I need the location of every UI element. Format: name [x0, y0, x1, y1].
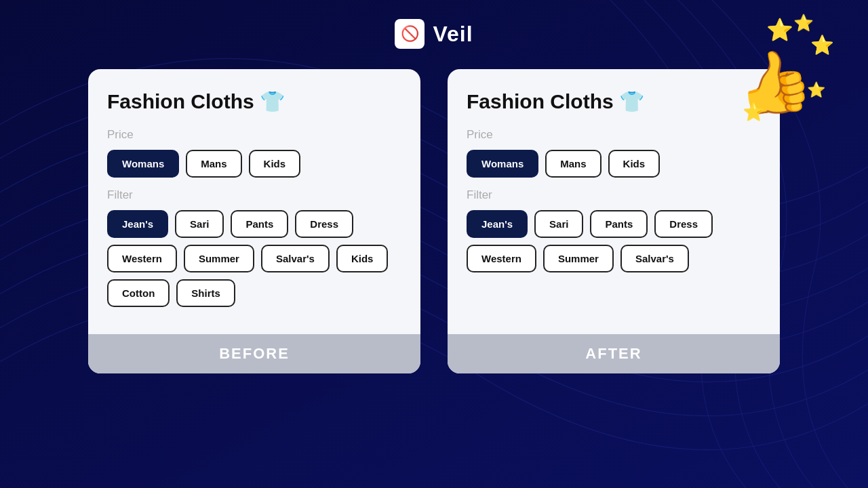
before-btn-sari[interactable]: Sari — [175, 210, 224, 238]
after-card-footer: AFTER — [448, 334, 780, 373]
before-footer-label: BEFORE — [219, 345, 290, 362]
after-card-title: Fashion Cloths 👕 — [467, 89, 761, 113]
after-price-buttons: Womans Mans Kids — [467, 150, 761, 178]
after-btn-dress[interactable]: Dress — [654, 210, 713, 238]
after-btn-kids-price[interactable]: Kids — [608, 150, 660, 178]
before-btn-womans[interactable]: Womans — [107, 150, 179, 178]
after-btn-summer[interactable]: Summer — [543, 245, 614, 272]
after-btn-mans[interactable]: Mans — [545, 150, 601, 178]
before-price-buttons: Womans Mans Kids — [107, 150, 401, 178]
before-filter-label: Filter — [107, 188, 401, 202]
main-content: Fashion Cloths 👕 Price Womans Mans Kids … — [0, 49, 868, 373]
logo-box: 🚫 — [395, 19, 425, 49]
brand-name: Veil — [433, 22, 473, 47]
after-btn-western[interactable]: Western — [467, 245, 536, 272]
after-filter-label: Filter — [467, 188, 761, 202]
before-card-footer: BEFORE — [88, 334, 420, 373]
after-btn-womans[interactable]: Womans — [467, 150, 538, 178]
before-btn-western[interactable]: Western — [107, 245, 177, 272]
before-card: Fashion Cloths 👕 Price Womans Mans Kids … — [88, 69, 420, 373]
header: 🚫 Veil — [0, 0, 868, 49]
before-card-title: Fashion Cloths 👕 — [107, 89, 401, 113]
after-btn-salvars[interactable]: Salvar's — [620, 245, 689, 272]
after-card-body: Fashion Cloths 👕 Price Womans Mans Kids … — [448, 69, 780, 334]
after-price-label: Price — [467, 128, 761, 142]
before-btn-salvars[interactable]: Salvar's — [261, 245, 330, 272]
after-btn-pants[interactable]: Pants — [590, 210, 648, 238]
before-btn-cotton[interactable]: Cotton — [107, 279, 170, 307]
before-btn-kids-filter[interactable]: Kids — [336, 245, 389, 272]
before-btn-summer[interactable]: Summer — [184, 245, 254, 272]
logo-icon: 🚫 — [401, 25, 419, 43]
before-card-body: Fashion Cloths 👕 Price Womans Mans Kids … — [88, 69, 420, 334]
after-filter-buttons: Jean's Sari Pants Dress Western Summer S… — [467, 210, 761, 272]
after-footer-label: AFTER — [585, 345, 642, 362]
before-btn-mans[interactable]: Mans — [186, 150, 241, 178]
before-btn-dress[interactable]: Dress — [295, 210, 353, 238]
before-btn-jeans[interactable]: Jean's — [107, 210, 168, 238]
before-filter-buttons: Jean's Sari Pants Dress Western Summer S… — [107, 210, 401, 307]
after-btn-sari[interactable]: Sari — [534, 210, 583, 238]
before-btn-shirts[interactable]: Shirts — [176, 279, 235, 307]
after-card: Fashion Cloths 👕 Price Womans Mans Kids … — [448, 69, 780, 373]
after-btn-jeans[interactable]: Jean's — [467, 210, 528, 238]
before-btn-pants[interactable]: Pants — [231, 210, 288, 238]
before-btn-kids-price[interactable]: Kids — [249, 150, 301, 178]
before-price-label: Price — [107, 128, 401, 142]
